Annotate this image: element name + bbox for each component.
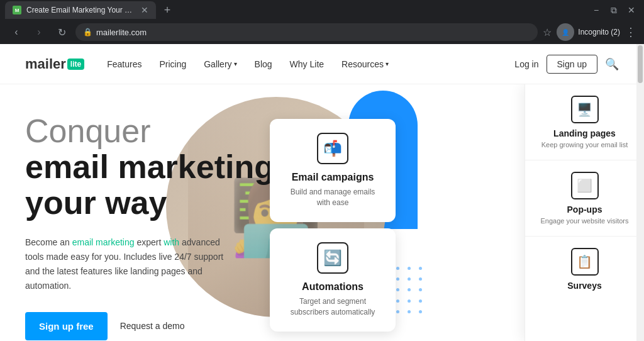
popups-icon: ⬜: [571, 172, 599, 199]
site-nav: mailer lite Features Pricing Gallery ▾ B…: [0, 44, 644, 84]
hero-description: Become an email marketing expert with ad…: [25, 235, 239, 293]
nav-refresh-button[interactable]: ↻: [53, 23, 70, 41]
browser-profile-button[interactable]: 👤 Incognito (2): [557, 23, 620, 41]
hero-subtitle-line2: your way: [25, 185, 277, 221]
signup-button[interactable]: Sign up: [547, 55, 597, 74]
resources-chevron-icon: ▾: [386, 60, 389, 67]
popups-title: Pop-ups: [535, 204, 634, 215]
browser-scrollbar[interactable]: [636, 44, 644, 341]
popups-desc: Engage your website visitors: [535, 217, 634, 225]
hero-subtitle: email marketing your way: [25, 149, 277, 221]
profile-label: Incognito (2): [578, 28, 620, 36]
email-campaigns-title: Email campaigns: [284, 172, 382, 183]
tab-title: Create Email Marketing Your Wa...: [26, 6, 136, 14]
logo-lite: lite: [67, 59, 84, 70]
automations-title: Automations: [284, 281, 382, 293]
email-campaigns-icon: 📬: [317, 133, 348, 164]
login-button[interactable]: Log in: [514, 59, 538, 69]
browser-tab-bar: M Create Email Marketing Your Wa... ✕ + …: [0, 0, 644, 20]
surveys-card[interactable]: 📋 Surveys: [525, 237, 644, 305]
email-campaigns-card[interactable]: 📬 Email campaigns Build and manage email…: [270, 119, 396, 222]
window-maximize-button[interactable]: ⧉: [606, 3, 621, 18]
tab-close-icon[interactable]: ✕: [141, 5, 148, 15]
email-campaigns-desc: Build and manage emails with ease: [284, 187, 382, 208]
hero-subtitle-line1: email marketing: [25, 149, 277, 185]
landing-pages-desc: Keep growing your email list: [535, 141, 634, 148]
request-demo-button[interactable]: Request a demo: [120, 321, 185, 331]
browser-tab[interactable]: M Create Email Marketing Your Wa... ✕: [5, 1, 156, 19]
gallery-chevron-icon: ▾: [234, 60, 237, 67]
tab-favicon: M: [13, 6, 21, 14]
url-text: mailerlite.com: [96, 28, 147, 37]
hero-section: Conquer email marketing your way Become …: [0, 84, 644, 341]
nav-why-lite[interactable]: Why Lite: [290, 59, 324, 69]
window-minimize-button[interactable]: −: [589, 3, 604, 18]
nav-forward-button[interactable]: ›: [30, 23, 48, 41]
browser-menu-button[interactable]: ⋮: [625, 25, 636, 39]
surveys-title: Surveys: [535, 281, 634, 291]
nav-blog[interactable]: Blog: [255, 59, 272, 69]
nav-links: Features Pricing Gallery ▾ Blog Why Lite…: [107, 59, 514, 69]
window-close-button[interactable]: ✕: [624, 3, 639, 18]
automations-desc: Target and segment subscribers automatic…: [284, 296, 382, 318]
nav-actions: Log in Sign up 🔍: [514, 55, 619, 74]
hero-left: Conquer email marketing your way Become …: [25, 107, 277, 341]
site-logo[interactable]: mailer lite: [25, 56, 84, 72]
automations-icon: 🔄: [317, 242, 348, 274]
nav-gallery[interactable]: Gallery ▾: [204, 59, 236, 69]
browser-address-bar: ‹ › ↻ 🔒 mailerlite.com ☆ 👤 Incognito (2)…: [0, 20, 644, 44]
nav-back-button[interactable]: ‹: [8, 23, 25, 41]
nav-resources[interactable]: Resources ▾: [341, 59, 389, 69]
automations-card[interactable]: 🔄 Automations Target and segment subscri…: [270, 228, 396, 332]
scrollbar-thumb[interactable]: [638, 45, 643, 83]
right-sidebar-cards: 🖥️ Landing pages Keep growing your email…: [525, 84, 644, 341]
hero-buttons: Sign up free Request a demo: [25, 312, 277, 340]
new-tab-button[interactable]: +: [158, 1, 176, 19]
hero-link-with[interactable]: with: [164, 237, 179, 247]
logo-mailer: mailer: [25, 56, 66, 72]
landing-pages-icon: 🖥️: [571, 96, 599, 123]
lock-icon: 🔒: [83, 28, 92, 36]
hero-conquer: Conquer: [25, 113, 277, 149]
bookmark-star-button[interactable]: ☆: [543, 26, 552, 38]
profile-avatar: 👤: [557, 23, 574, 41]
landing-pages-card[interactable]: 🖥️ Landing pages Keep growing your email…: [525, 84, 644, 160]
hero-link-email[interactable]: email marketing: [72, 237, 135, 247]
signup-free-button[interactable]: Sign up free: [25, 312, 108, 340]
nav-features[interactable]: Features: [107, 59, 142, 69]
nav-pricing[interactable]: Pricing: [159, 59, 186, 69]
search-button[interactable]: 🔍: [605, 57, 619, 71]
browser-chrome: M Create Email Marketing Your Wa... ✕ + …: [0, 0, 644, 44]
website-content: mailer lite Features Pricing Gallery ▾ B…: [0, 44, 644, 341]
popups-card[interactable]: ⬜ Pop-ups Engage your website visitors: [525, 160, 644, 237]
landing-pages-title: Landing pages: [535, 128, 634, 138]
url-bar[interactable]: 🔒 mailerlite.com: [75, 23, 538, 41]
surveys-icon: 📋: [571, 248, 599, 276]
